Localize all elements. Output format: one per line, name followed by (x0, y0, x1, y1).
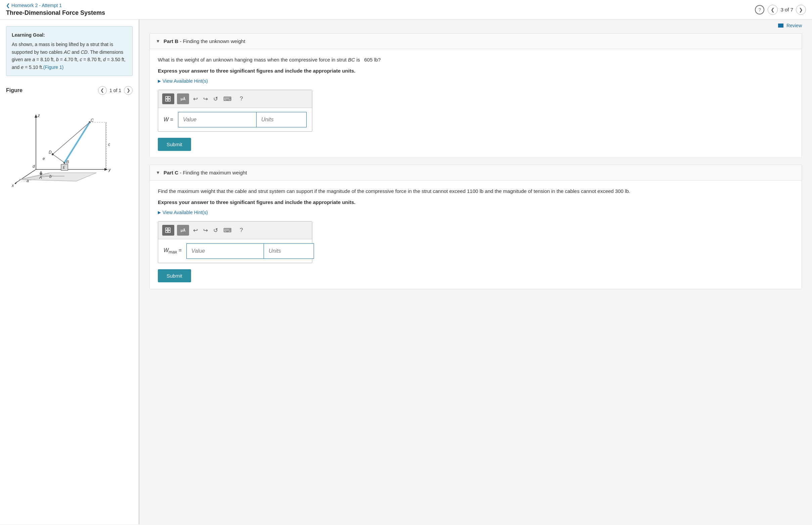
svg-text:b: b (49, 174, 52, 179)
part-b-value-input[interactable] (178, 112, 256, 127)
part-c-section: ▼ Part C - Finding the maximum weight Fi… (150, 165, 802, 289)
keyboard-button-b[interactable]: ⌨ (222, 95, 233, 103)
review-label: Review (786, 23, 802, 28)
grid-button-b[interactable] (162, 93, 174, 104)
learning-goal-title: Learning Goal: (12, 31, 127, 39)
refresh-button-b[interactable]: ↺ (212, 95, 219, 103)
part-b-header[interactable]: ▼ Part B - Finding the unknown weight (150, 34, 801, 49)
page-title: Three-Dimensional Force Systems (6, 10, 105, 16)
svg-line-25 (53, 122, 90, 154)
svg-marker-7 (14, 181, 17, 184)
figure-prev-button[interactable]: ❮ (98, 86, 107, 95)
svg-text:y: y (108, 167, 111, 172)
review-link[interactable]: Review (778, 23, 802, 28)
svg-rect-44 (168, 230, 170, 232)
part-c-arrow: ▼ (156, 170, 160, 175)
svg-line-24 (53, 154, 64, 163)
undo-button-c[interactable]: ↩ (192, 226, 199, 235)
grid-icon-b (165, 96, 171, 102)
part-b-hint-link[interactable]: ▶ View Available Hint(s) (158, 78, 794, 84)
part-c-equation-label: Wmax = (163, 247, 182, 254)
part-c-input-row: Wmax = (158, 239, 312, 263)
right-panel: Review ▼ Part B - Finding the unknown we… (139, 19, 812, 524)
main-layout: Learning Goal: As shown, a mass is being… (0, 19, 812, 524)
next-page-button[interactable]: ❯ (796, 5, 806, 15)
top-bar-right: ? ❮ 3 of 7 ❯ (755, 5, 806, 15)
part-b-title: Part B - Finding the unknown weight (163, 38, 245, 44)
part-c-answer-box: μÅ ↩ ↪ ↺ ⌨ ? Wmax = (158, 221, 312, 263)
grid-button-c[interactable] (162, 225, 174, 236)
figure-section: Figure ❮ 1 of 1 ❯ z y (6, 86, 132, 518)
svg-marker-4 (105, 168, 108, 171)
svg-text:A: A (39, 175, 42, 180)
help-button[interactable]: ? (755, 5, 764, 14)
top-bar-left: ❮ Homework 2 - Attempt 1 Three-Dimension… (6, 3, 105, 16)
svg-text:e: e (43, 156, 45, 161)
grid-icon-c (165, 227, 171, 233)
part-b-submit-button[interactable]: Submit (158, 138, 191, 151)
prev-page-button[interactable]: ❮ (768, 5, 778, 15)
part-b-units-input[interactable] (256, 112, 307, 127)
part-c-header[interactable]: ▼ Part C - Finding the maximum weight (150, 165, 801, 180)
mu-button-b[interactable]: μÅ (177, 93, 189, 104)
part-b-answer-box: μÅ ↩ ↪ ↺ ⌨ ? W = (158, 90, 312, 132)
part-b-equation-label: W = (163, 117, 173, 123)
svg-rect-41 (166, 228, 168, 230)
part-b-toolbar: μÅ ↩ ↪ ↺ ⌨ ? (158, 90, 312, 108)
svg-rect-43 (166, 230, 168, 232)
part-b-hint-label: View Available Hint(s) (162, 78, 208, 84)
svg-text:c: c (108, 142, 110, 147)
part-b-question: What is the weight of an unknown hanging… (158, 56, 794, 64)
svg-marker-9 (19, 173, 96, 181)
part-c-body: Find the maximum weight that the cable a… (150, 180, 801, 289)
top-bar: ❮ Homework 2 - Attempt 1 Three-Dimension… (0, 0, 812, 19)
redo-button-c[interactable]: ↪ (202, 226, 209, 235)
part-c-instructions: Express your answer to three significant… (158, 199, 794, 205)
refresh-button-c[interactable]: ↺ (212, 226, 219, 235)
keyboard-button-c[interactable]: ⌨ (222, 226, 233, 235)
svg-text:a: a (27, 179, 29, 183)
svg-text:z: z (37, 113, 40, 118)
back-link[interactable]: ❮ Homework 2 - Attempt 1 (6, 3, 105, 8)
svg-text:D: D (49, 150, 52, 155)
figure-title: Figure (6, 87, 22, 93)
svg-rect-40 (168, 99, 170, 101)
pagination: ❮ 3 of 7 ❯ (768, 5, 806, 15)
learning-goal-text: As shown, a mass is being lifted by a st… (12, 41, 127, 71)
review-icon (778, 24, 783, 28)
page-indicator: 3 of 7 (780, 7, 793, 12)
help-button-c[interactable]: ? (238, 226, 244, 234)
redo-button-b[interactable]: ↪ (202, 95, 209, 103)
learning-goal-box: Learning Goal: As shown, a mass is being… (6, 26, 132, 76)
svg-line-6 (16, 169, 36, 183)
part-c-question: Find the maximum weight that the cable a… (158, 187, 794, 195)
part-b-instructions: Express your answer to three significant… (158, 68, 794, 74)
svg-text:d: d (33, 164, 35, 169)
figure-page-indicator: 1 of 1 (109, 88, 121, 93)
svg-line-21 (64, 122, 90, 163)
svg-rect-37 (166, 96, 168, 99)
svg-marker-1 (35, 114, 37, 118)
part-c-value-input[interactable] (186, 243, 264, 259)
svg-marker-17 (40, 171, 42, 174)
mu-button-c[interactable]: μÅ (177, 225, 189, 236)
help-button-b[interactable]: ? (238, 95, 244, 103)
svg-rect-38 (168, 96, 170, 99)
figure-next-button[interactable]: ❯ (124, 86, 132, 95)
figure-pagination: ❮ 1 of 1 ❯ (98, 86, 132, 95)
figure-svg: z y x A (9, 102, 130, 190)
figure1-link[interactable]: (Figure 1) (43, 64, 64, 70)
part-c-title: Part C - Finding the maximum weight (163, 170, 247, 176)
undo-button-b[interactable]: ↩ (192, 95, 199, 103)
part-b-section: ▼ Part B - Finding the unknown weight Wh… (150, 33, 802, 158)
figure-image: z y x A (6, 99, 132, 193)
svg-rect-42 (168, 228, 170, 230)
svg-text:C: C (91, 118, 94, 123)
part-c-units-input[interactable] (264, 243, 314, 259)
part-c-hint-link[interactable]: ▶ View Available Hint(s) (158, 210, 794, 215)
review-link-area: Review (150, 19, 802, 33)
svg-text:E: E (63, 166, 65, 169)
part-b-arrow: ▼ (156, 39, 160, 44)
part-c-submit-button[interactable]: Submit (158, 269, 191, 282)
part-c-hint-label: View Available Hint(s) (162, 210, 208, 215)
